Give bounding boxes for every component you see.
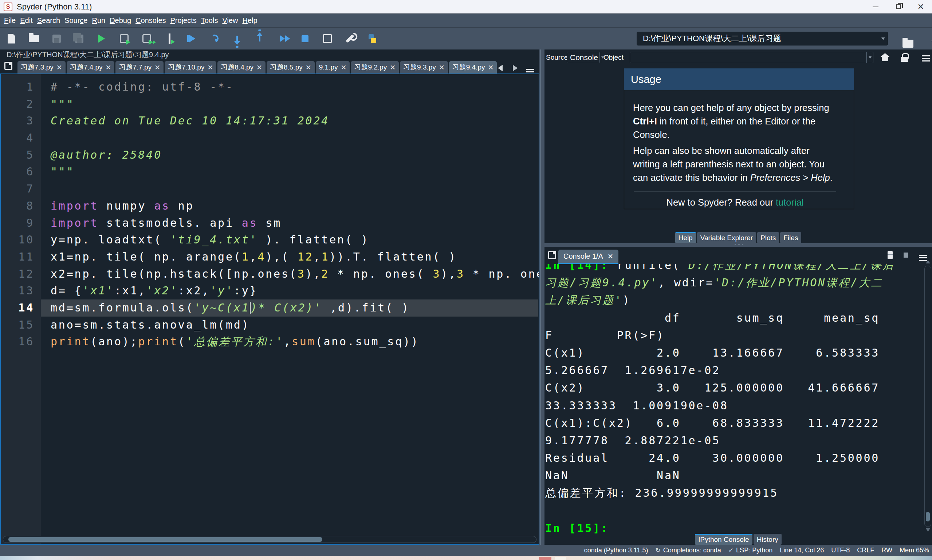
run-selection-icon[interactable] (158, 28, 181, 49)
status-lsp: ✓LSP: Python (728, 546, 773, 554)
working-directory-combobox[interactable]: D:\作业\PYTHON课程\大二上\课后习题 (637, 32, 888, 46)
interrupt-kernel-icon[interactable] (904, 252, 908, 258)
pane-tab-plots[interactable]: Plots (757, 232, 779, 243)
home-icon[interactable] (880, 53, 890, 62)
taskbar-icon-red (539, 557, 551, 560)
tab-close-icon[interactable]: ✕ (306, 63, 312, 72)
scroll-up-icon[interactable] (926, 260, 930, 263)
editor-file-path: D:\作业\PYTHON课程\大二上\课后习题\习题9.4.py (0, 49, 539, 60)
source-combobox[interactable]: Console (567, 52, 599, 63)
new-file-icon[interactable] (0, 28, 23, 49)
tab-label: 习题9.3.py (403, 63, 436, 72)
editor-tab-习题8.4.py[interactable]: 习题8.4.py✕ (218, 61, 265, 74)
editor-tab-习题7.4.py[interactable]: 习题7.4.py✕ (66, 61, 115, 74)
editor-horizontal-scrollbar[interactable] (3, 536, 537, 543)
menu-search[interactable]: Search (35, 16, 62, 25)
menu-run[interactable]: Run (89, 16, 108, 25)
pane-tab-help[interactable]: Help (675, 232, 696, 243)
editor-hscroll-thumb[interactable] (8, 537, 322, 542)
console-line-11: 9.177778 2.887221e-05 (545, 432, 923, 449)
tab-close-icon[interactable]: ✕ (341, 63, 346, 72)
console-tab[interactable]: Console 1/A ✕ (558, 249, 619, 263)
menu-projects[interactable]: Projects (168, 16, 199, 25)
console-options-menu-icon[interactable] (919, 255, 927, 256)
editor-tab-习题9.4.py[interactable]: 习题9.4.py✕ (449, 61, 497, 74)
save-all-icon[interactable] (68, 28, 90, 49)
editor-tab-习题7.10.py[interactable]: 习题7.10.py✕ (165, 61, 216, 74)
vertical-splitter[interactable] (539, 49, 545, 545)
minimize-button[interactable] (864, 0, 887, 14)
taskbar-icon-white (555, 557, 566, 560)
tab-close-icon[interactable]: ✕ (56, 63, 62, 72)
editor-tab-习题9.2.py[interactable]: 习题9.2.py✕ (351, 61, 399, 74)
tab-close-icon[interactable]: ✕ (105, 63, 111, 72)
tab-scroll-left-icon[interactable] (498, 65, 503, 71)
editor-tab-9.1.py[interactable]: 9.1.py✕ (316, 61, 350, 74)
console-line-9: 33.333333 1.009190e-08 (545, 397, 923, 414)
tab-label: 习题7.3.py (21, 63, 54, 72)
menu-tools[interactable]: Tools (199, 16, 220, 25)
editor-tab-习题8.5.py[interactable]: 习题8.5.py✕ (267, 61, 315, 74)
object-combobox[interactable] (630, 52, 873, 63)
tab-scroll-right-icon[interactable] (513, 65, 517, 71)
menu-view[interactable]: View (220, 16, 240, 25)
editor-tab-习题7.3.py[interactable]: 习题7.3.py✕ (17, 61, 66, 74)
console-scroll-thumb[interactable] (926, 512, 930, 522)
pane-tab-variable-explorer[interactable]: Variable Explorer (697, 232, 756, 243)
debug-step-out-icon[interactable] (248, 28, 271, 49)
menu-help[interactable]: Help (240, 16, 259, 25)
new-window-icon[interactable] (5, 62, 12, 70)
pane-tab-history[interactable]: History (753, 534, 782, 545)
usage-card: Usage Here you can get help of any objec… (624, 68, 854, 209)
preferences-icon[interactable] (339, 28, 361, 49)
menu-consoles[interactable]: Consoles (133, 16, 168, 25)
scroll-down-icon[interactable] (926, 528, 930, 532)
debug-step-in-icon[interactable] (226, 28, 248, 49)
console-line-16: In [15]: (545, 520, 923, 535)
console-scrollbar[interactable] (924, 266, 931, 527)
tab-close-icon[interactable]: ✕ (439, 63, 445, 72)
code-line-15: ano=sm.stats.anova_lm(md) (51, 317, 539, 334)
code-editor[interactable]: 12345678910111213141516 # -*- coding: ut… (0, 74, 539, 545)
pane-tab-ipython-console[interactable]: IPython Console (695, 534, 752, 545)
restore-button[interactable] (887, 0, 909, 14)
console-tab-close-icon[interactable]: ✕ (608, 252, 613, 260)
close-button[interactable]: ✕ (909, 0, 932, 14)
editor-tab-习题7.7.py[interactable]: 习题7.7.py✕ (116, 61, 164, 74)
editor-options-menu-icon[interactable] (526, 69, 534, 70)
run-icon[interactable] (90, 28, 113, 49)
menu-file[interactable]: File (2, 16, 18, 25)
open-file-icon[interactable] (23, 28, 45, 49)
menu-source[interactable]: Source (62, 16, 89, 25)
run-cell-advance-icon[interactable] (136, 28, 158, 49)
debug-step-over-icon[interactable] (203, 28, 226, 49)
tab-close-icon[interactable]: ✕ (207, 63, 213, 72)
tab-close-icon[interactable]: ✕ (154, 63, 160, 72)
debug-icon[interactable] (181, 28, 203, 49)
spyder-logo-icon: S (4, 3, 12, 11)
console-new-window-icon[interactable] (548, 251, 556, 259)
eraser-icon[interactable] (887, 251, 893, 259)
lock-icon[interactable] (901, 52, 909, 62)
menu-debug[interactable]: Debug (108, 16, 133, 25)
horizontal-splitter[interactable] (545, 243, 932, 247)
maximize-pane-icon[interactable] (316, 28, 339, 49)
help-options-menu-icon[interactable] (922, 55, 930, 56)
debug-continue-icon[interactable] (271, 28, 293, 49)
tab-close-icon[interactable]: ✕ (488, 63, 494, 72)
tab-close-icon[interactable]: ✕ (390, 63, 395, 72)
title-bar: S Spyder (Python 3.11) ✕ (0, 0, 932, 14)
editor-pane: D:\作业\PYTHON课程\大二上\课后习题\习题9.4.py 习题7.3.p… (0, 49, 539, 545)
stop-icon[interactable] (293, 28, 316, 49)
run-cell-icon[interactable] (113, 28, 136, 49)
console-output[interactable]: In [14]: runfile('D:/作业/PYTHON课程/大二上/课后习… (545, 264, 923, 535)
chevron-down-icon[interactable] (879, 32, 887, 45)
python-env-icon[interactable] (361, 28, 384, 49)
editor-tab-习题9.3.py[interactable]: 习题9.3.py✕ (400, 61, 448, 74)
menu-edit[interactable]: Edit (18, 16, 35, 25)
pane-tab-files[interactable]: Files (780, 232, 801, 243)
console-line-15 (545, 502, 923, 520)
tab-close-icon[interactable]: ✕ (256, 63, 262, 72)
tutorial-link[interactable]: tutorial (776, 197, 804, 208)
save-icon[interactable] (45, 28, 68, 49)
